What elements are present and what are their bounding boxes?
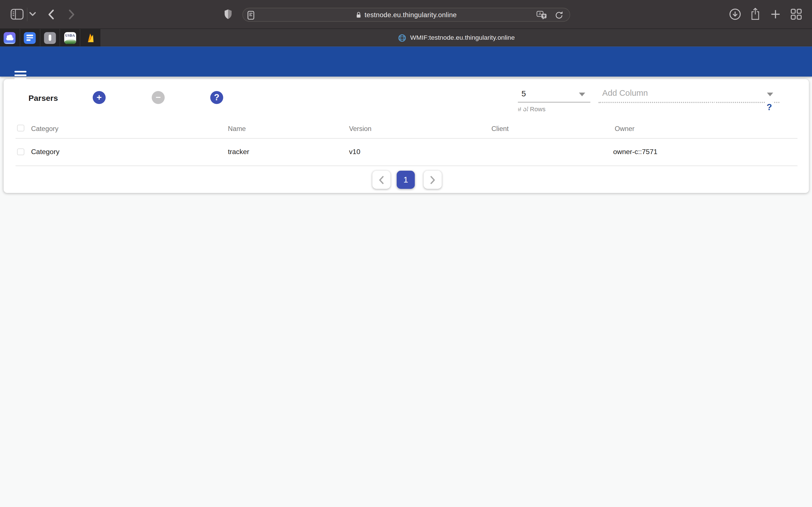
translate-icon: A [537,11,547,20]
privacy-report-button[interactable] [223,9,232,20]
shield-icon [223,9,232,20]
translate-button[interactable]: A [537,11,547,20]
menu-button[interactable] [14,71,26,80]
pagination: 1 [4,166,809,193]
column-header-client: Client [492,125,509,133]
help-icon: ? [763,101,776,114]
active-tab[interactable]: WMIF:testnode.eu.thingularity.online [100,29,812,47]
column-header-category: Category [31,125,58,133]
back-button[interactable] [47,9,55,20]
pinned-tab-info[interactable] [40,29,60,47]
table-row[interactable]: Category tracker v10 owner-c::7571 [4,138,809,165]
icloud-icon [4,32,16,44]
plus-icon [770,9,780,19]
tab-grid-icon [790,8,802,20]
chevron-down-icon [29,11,36,16]
column-header-name: Name [228,125,246,133]
column-header-owner: Owner [615,125,635,133]
share-button[interactable] [749,7,761,21]
row-checkbox[interactable] [17,148,24,155]
browser-toolbar: testnode.eu.thingularity.online A [0,0,812,29]
chevron-left-icon [378,175,385,184]
pinned-tab-icloud[interactable] [0,29,20,47]
sidebar-toggle-button[interactable] [10,8,24,20]
usda-logo-hill [64,39,76,44]
document-list-icon [24,32,36,44]
usda-logo-icon: USDA [64,32,76,44]
chevron-right-icon [429,175,436,184]
firebase-flame-icon [85,32,96,43]
cell-version: v10 [349,148,360,156]
page-title: Parsers [63,101,99,113]
rows-per-page-value: 5 [522,89,526,98]
info-bar-icon [44,32,56,44]
previous-page-button[interactable] [372,171,391,189]
cell-owner: owner-c::7571 [613,148,658,156]
panel-help-button[interactable]: ? [210,91,223,104]
parsers-panel: Parsers + − ? 5 # of Rows Add Column Cat… [4,79,809,193]
remove-parser-button[interactable]: − [152,91,165,104]
address-bar[interactable]: testnode.eu.thingularity.online A [243,8,570,22]
download-icon [728,8,742,21]
page-number: 1 [403,175,408,185]
sidebar-icon [10,8,24,20]
add-column-placeholder: Add Column [602,89,648,98]
reload-icon [555,11,563,20]
chevron-down-icon [767,93,773,96]
globe-favicon [398,33,407,42]
tab-overview-button[interactable] [790,8,802,20]
page-button-1[interactable]: 1 [397,171,415,189]
cell-name: tracker [228,148,249,156]
chevron-down-icon [673,106,678,109]
app-header: Parsers Admin ? [0,47,812,76]
new-tab-button[interactable] [770,9,780,19]
browser-window: testnode.eu.thingularity.online A [0,0,812,507]
role-select-value: Admin [501,101,528,112]
chevron-left-icon [47,9,54,20]
help-button[interactable]: ? [762,100,776,114]
refresh-icon [703,101,717,114]
svg-text:A: A [539,11,541,16]
forward-button[interactable] [67,9,75,20]
question-icon: ? [214,93,219,103]
pinned-tab-usda[interactable]: USDA [60,29,80,47]
share-icon [750,7,761,21]
chevron-right-icon [68,9,75,20]
panel-title: Parsers [29,94,58,103]
tab-bar: USDA WMIF:testnode.eu.thingularit [0,29,812,47]
lock-icon [356,11,361,18]
hamburger-icon [14,71,26,72]
column-header-version: Version [349,125,371,133]
pinned-tab-docs[interactable] [20,29,40,47]
usda-logo-text: USDA [64,33,76,37]
reload-button[interactable] [555,11,563,20]
role-select[interactable]: Admin [501,99,681,117]
pinned-tabs: USDA [0,29,100,47]
next-page-button[interactable] [423,171,442,189]
select-all-checkbox[interactable] [17,124,24,131]
downloads-button[interactable] [728,7,742,21]
chevron-down-icon [579,93,585,96]
pinned-tab-firebase[interactable] [80,29,100,47]
cell-category: Category [31,148,59,156]
refresh-button[interactable] [703,100,717,114]
url-display: testnode.eu.thingularity.online [243,8,569,21]
url-text: testnode.eu.thingularity.online [364,11,457,19]
minus-icon: − [156,93,161,103]
active-tab-title: WMIF:testnode.eu.thingularity.online [410,34,515,41]
toolbar-divider [27,8,28,21]
sidebar-menu-chevron[interactable] [29,11,36,16]
table-header-row: Category Name Version Client Owner [4,120,809,138]
